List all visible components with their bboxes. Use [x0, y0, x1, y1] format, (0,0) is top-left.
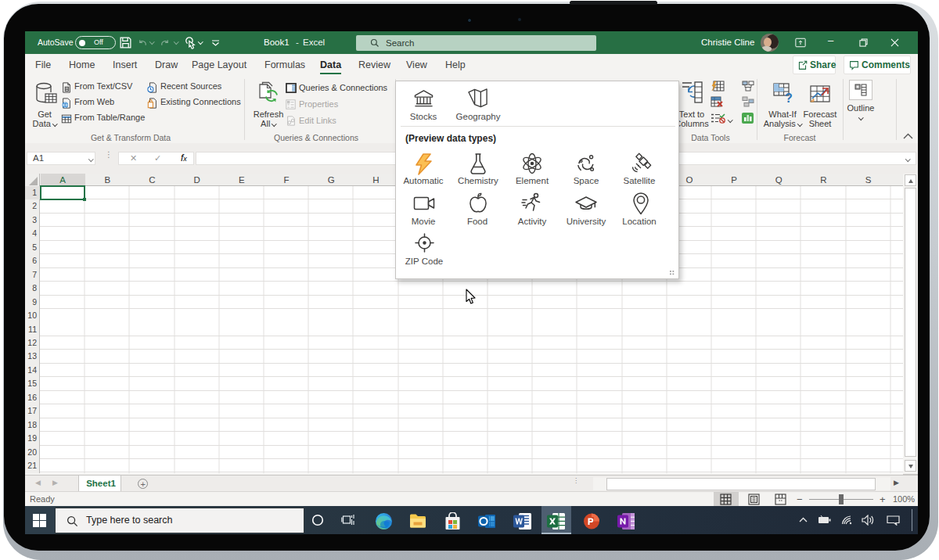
svg-text:?: ?	[785, 92, 793, 103]
